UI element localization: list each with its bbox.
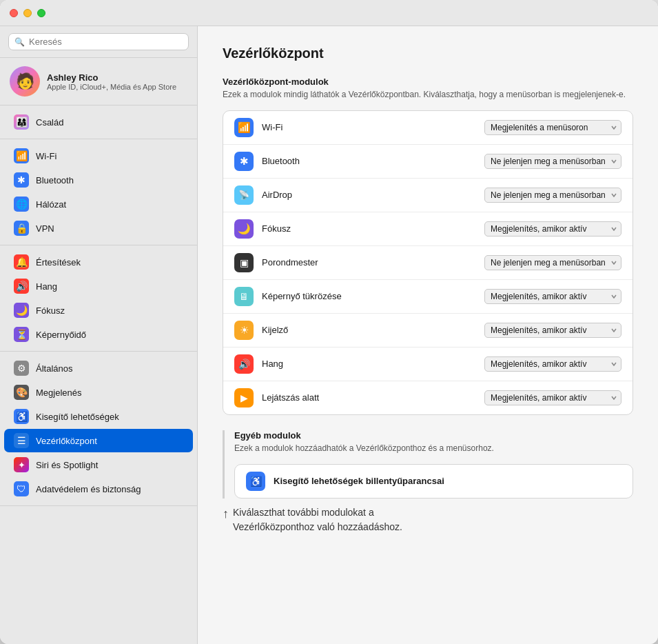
other-module-row-access-kb: ♿ Kisegítő lehetőségek billentyűparancsa… [235,465,633,498]
sidebar-section-network: 📶 Wi-Fi ✱ Bluetooth 🌐 Hálózat 🔒 VPN [0,139,197,245]
module-row-sound: 🔊 Hang Megjelenítés, amikor aktív Megjel… [223,348,633,381]
sidebar-item-family[interactable]: 👨‍👩‍👧 Család [4,110,193,134]
module-icon-display: ☀ [234,321,254,340]
sidebar-item-privacy[interactable]: 🛡 Adatvédelem és biztonság [4,477,193,501]
sidebar-section-family: 👨‍👩‍👧 Család [0,105,197,139]
module-name-stage: Porondmester [262,257,476,268]
sidebar-item-vpn[interactable]: 🔒 VPN [4,217,193,240]
module-icon-stage: ▣ [234,253,254,272]
vpn-icon: 🔒 [14,221,29,236]
sidebar-label-privacy: Adatvédelem és biztonság [36,484,141,494]
focus-icon: 🌙 [14,303,29,318]
sidebar-item-siri[interactable]: ✦ Siri és Spotlight [4,453,193,476]
module-icon-nowplaying: ▶ [234,388,254,407]
main-content: Vezérlőközpont Vezérlőközpont-modulok Ez… [198,26,658,644]
sidebar-label-network: Hálózat [36,199,66,210]
search-icon: 🔍 [14,37,25,47]
module-icon-focus: 🌙 [234,219,254,239]
other-section-desc: Ezek a modulok hozzáadhatók a Vezérlőköz… [234,443,633,454]
sidebar-item-screentime[interactable]: ⏳ Képernyőidő [4,323,193,346]
module-name-bluetooth: Bluetooth [262,156,476,166]
module-select-focus[interactable]: Megjelenítés, amikor aktív Megjelenítés … [484,221,621,237]
network-icon: 🌐 [14,197,29,212]
sidebar-section-notif: 🔔 Értesítések 🔊 Hang 🌙 Fókusz ⏳ Képernyő… [0,245,197,352]
module-select-wifi[interactable]: Megjelenítés a menüsoron Ne jelenjen meg… [484,120,621,135]
sidebar-item-control-center[interactable]: ☰ Vezérlőközpont [4,429,193,452]
module-select-display[interactable]: Megjelenítés, amikor aktív Megjelenítés … [484,323,621,338]
sidebar-item-appearance[interactable]: 🎨 Megjelenés [4,381,193,404]
module-select-sound[interactable]: Megjelenítés, amikor aktív Megjelenítés … [484,356,621,372]
module-row-airdrop: 📡 AirDrop Ne jelenjen meg a menüsorban M… [223,179,633,212]
sidebar-item-general[interactable]: ⚙ Általános [4,356,193,380]
other-module-name-access-kb: Kisegítő lehetőségek billentyűparancsai [274,476,444,486]
minimize-button[interactable] [23,9,32,17]
search-wrap[interactable]: 🔍 [8,33,189,50]
module-name-sound: Hang [262,359,476,369]
modules-list: 📶 Wi-Fi Megjelenítés a menüsoron Ne jele… [223,110,633,415]
sidebar: 🔍 🧑 Ashley Rico Apple ID, iCloud+, Média… [0,26,198,644]
sidebar-label-siri: Siri és Spotlight [36,460,98,470]
module-row-focus: 🌙 Fókusz Megjelenítés, amikor aktív Megj… [223,212,633,246]
control-icon: ☰ [14,433,29,448]
module-name-nowplaying: Lejátszás alatt [262,392,476,403]
sidebar-label-focus: Fókusz [36,305,65,316]
module-select-mirror[interactable]: Megjelenítés, amikor aktív Megjelenítés … [484,289,621,304]
sidebar-label-wifi: Wi-Fi [36,151,56,161]
notif-icon: 🔔 [14,254,29,270]
appear-icon: 🎨 [14,385,29,400]
user-name: Ashley Rico [47,72,176,83]
close-button[interactable] [10,9,18,17]
search-input[interactable] [29,37,183,47]
modules-section-header: Vezérlőközpont-modulok [223,77,633,87]
sound-icon: 🔊 [14,279,29,294]
sidebar-label-family: Család [36,117,63,128]
sidebar-label-general: Általános [36,363,72,374]
sidebar-item-wifi[interactable]: 📶 Wi-Fi [4,144,193,168]
other-module-icon-access-kb: ♿ [246,472,265,491]
module-icon-airdrop: 📡 [234,185,254,205]
sidebar-item-notif[interactable]: 🔔 Értesítések [4,250,193,274]
module-row-mirror: 🖥 Képernyő tükrözése Megjelenítés, amiko… [223,280,633,314]
user-profile[interactable]: 🧑 Ashley Rico Apple ID, iCloud+, Média é… [0,58,197,105]
sidebar-label-appearance: Megjelenés [36,388,82,398]
sidebar-label-sound: Hang [36,281,57,292]
module-select-nowplaying[interactable]: Megjelenítés, amikor aktív Megjelenítés … [484,390,621,405]
module-row-display: ☀ Kijelző Megjelenítés, amikor aktív Meg… [223,314,633,348]
callout-arrow-icon: ↑ [223,507,229,521]
module-select-bluetooth[interactable]: Ne jelenjen meg a menüsorban Megjeleníté… [484,154,621,169]
sidebar-label-screentime: Képernyőidő [36,330,86,340]
sidebar-item-network[interactable]: 🌐 Hálózat [4,192,193,216]
app-window: 🔍 🧑 Ashley Rico Apple ID, iCloud+, Média… [0,0,658,644]
family-icon: 👨‍👩‍👧 [14,114,29,130]
sidebar-label-accessibility: Kisegítő lehetőségek [36,412,119,422]
module-select-airdrop[interactable]: Ne jelenjen meg a menüsorban Megjeleníté… [484,188,621,203]
bt-icon: ✱ [14,172,29,188]
sidebar-item-sound[interactable]: 🔊 Hang [4,274,193,298]
user-subtitle: Apple ID, iCloud+, Média és App Store [47,83,176,91]
sidebar-item-accessibility[interactable]: ♿ Kisegítő lehetőségek [4,405,193,428]
sidebar-section-system: ⚙ Általános 🎨 Megjelenés ♿ Kisegítő lehe… [0,352,197,506]
search-bar: 🔍 [0,26,197,58]
other-section-header: Egyéb modulok [234,430,633,441]
privacy-icon: 🛡 [14,481,29,496]
module-name-wifi: Wi-Fi [262,122,476,132]
siri-icon: ✦ [14,457,29,472]
sidebar-label-bluetooth: Bluetooth [36,175,74,185]
other-modules-list: ♿ Kisegítő lehetőségek billentyűparancsa… [234,464,633,499]
module-name-display: Kijelző [262,325,476,335]
sidebar-item-focus[interactable]: 🌙 Fókusz [4,299,193,322]
module-icon-mirror: 🖥 [234,287,254,306]
callout: ↑ Kiválaszthat további modulokat aVezérl… [223,505,633,534]
screen-icon: ⏳ [14,327,29,342]
maximize-button[interactable] [37,9,45,17]
access-icon: ♿ [14,409,29,424]
sidebar-item-bluetooth[interactable]: ✱ Bluetooth [4,168,193,192]
avatar: 🧑 [10,66,40,97]
titlebar [0,0,658,26]
page-title: Vezérlőközpont [223,46,633,61]
sidebar-label-control: Vezérlőközpont [36,436,97,446]
callout-text: Kiválaszthat további modulokat aVezérlők… [233,505,402,534]
module-select-stage[interactable]: Ne jelenjen meg a menüsorban Megjeleníté… [484,255,621,270]
sidebar-label-notif: Értesítések [36,257,81,268]
module-icon-sound: 🔊 [234,354,254,374]
